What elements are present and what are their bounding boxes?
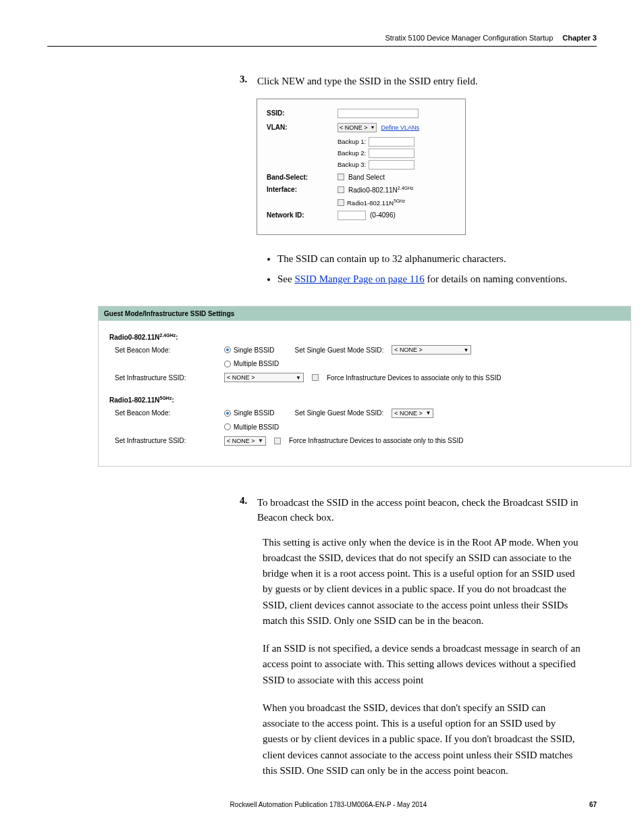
set-single-guest-label-0: Set Single Guest Mode SSID: <box>295 346 384 354</box>
bullet-list: The SSID can contain up to 32 alphanumer… <box>267 251 597 287</box>
beacon-mode-label-0: Set Beacon Mode: <box>109 346 224 354</box>
infra-ssid-select-1[interactable]: < NONE >▼ <box>224 436 266 446</box>
guest-ssid-select-1[interactable]: < NONE >▼ <box>392 409 433 418</box>
infra-ssid-label-0: Set Infrastructure SSID: <box>109 374 224 382</box>
backup1-label: Backup 1: <box>338 138 366 145</box>
force-infra-checkbox-1[interactable] <box>274 438 281 444</box>
ssid-input[interactable] <box>338 109 419 118</box>
paragraph-1: This setting is active only when the dev… <box>263 535 583 629</box>
network-id-range: (0-4096) <box>370 211 396 219</box>
header-title: Stratix 5100 Device Manager Configuratio… <box>385 34 553 42</box>
infra-ssid-select-0[interactable]: < NONE >▼ <box>224 373 304 382</box>
set-single-guest-label-1: Set Single Guest Mode SSID: <box>295 409 384 417</box>
backup2-input[interactable] <box>369 149 414 158</box>
ssid-form-figure: SSID: VLAN: < NONE > ▼ Define VLANs Back… <box>257 99 466 235</box>
paragraph-2: If an SSID is not specified, a device se… <box>263 641 583 688</box>
interface-label: Interface: <box>267 186 338 193</box>
band-select-checkbox[interactable] <box>338 174 344 180</box>
guest-mode-header: Guest Mode/Infrastructure SSID Settings <box>99 307 630 321</box>
bullet-2: See SSID Manger Page on page 116 for det… <box>277 271 597 287</box>
step-4: 4. To broadcast the SSID in the access p… <box>240 495 597 525</box>
backup3-input[interactable] <box>369 160 414 170</box>
iface0-checkbox[interactable] <box>338 186 344 193</box>
guest-ssid-select-0[interactable]: < NONE >▼ <box>392 345 471 355</box>
iface1-text: Radio1-802.11N5GHz <box>347 199 405 207</box>
vlan-label: VLAN: <box>267 124 338 131</box>
network-id-input[interactable] <box>338 211 366 220</box>
multiple-bssid-radio-0[interactable] <box>224 361 231 367</box>
footer-publication: Rockwell Automation Publication 1783-UM0… <box>68 801 589 808</box>
iface1-checkbox[interactable] <box>338 199 344 206</box>
force-infra-text-1: Force Infrastructure Devices to associat… <box>289 437 463 444</box>
backup1-input[interactable] <box>369 137 414 147</box>
page-header: Stratix 5100 Device Manager Configuratio… <box>47 34 597 47</box>
step-text: Click NEW and type the SSID in the SSID … <box>257 74 597 89</box>
radio1-section: Radio1-802.11N5GHz: <box>109 396 620 404</box>
bullet-1: The SSID can contain up to 32 alphanumer… <box>277 251 597 267</box>
ssid-label: SSID: <box>267 109 338 117</box>
radio0-section: Radio0-802.11N2.4GHz: <box>109 333 620 341</box>
single-bssid-radio-1[interactable] <box>224 410 231 417</box>
step-text: To broadcast the SSID in the access poin… <box>257 495 597 525</box>
single-bssid-radio-0[interactable] <box>224 346 231 353</box>
beacon-mode-label-1: Set Beacon Mode: <box>109 409 224 417</box>
force-infra-checkbox-0[interactable] <box>312 374 319 381</box>
force-infra-text-0: Force Infrastructure Devices to associat… <box>327 374 501 382</box>
step-number: 4. <box>240 495 252 525</box>
paragraph-3: When you broadcast the SSID, devices tha… <box>263 700 583 779</box>
ssid-manager-link[interactable]: SSID Manger Page on page 116 <box>294 273 424 284</box>
backup3-label: Backup 3: <box>338 161 366 168</box>
network-id-label: Network ID: <box>267 211 338 219</box>
iface0-text: Radio0-802.11N2.4GHz <box>348 186 414 194</box>
header-chapter: Chapter 3 <box>562 34 597 42</box>
infra-ssid-label-1: Set Infrastructure SSID: <box>109 437 224 444</box>
step-number: 3. <box>240 74 252 89</box>
band-select-label: Band-Select: <box>267 174 338 181</box>
multiple-bssid-radio-1[interactable] <box>224 423 231 430</box>
backup2-label: Backup 2: <box>338 149 366 157</box>
band-select-text: Band Select <box>348 174 385 181</box>
step-3: 3. Click NEW and type the SSID in the SS… <box>240 74 597 89</box>
vlan-select[interactable]: < NONE > ▼ <box>338 123 377 132</box>
footer-page-number: 67 <box>589 801 597 808</box>
page-footer: Rockwell Automation Publication 1783-UM0… <box>47 801 597 808</box>
define-vlans-link[interactable]: Define VLANs <box>381 124 419 131</box>
guest-mode-figure: Guest Mode/Infrastructure SSID Settings … <box>98 306 631 467</box>
